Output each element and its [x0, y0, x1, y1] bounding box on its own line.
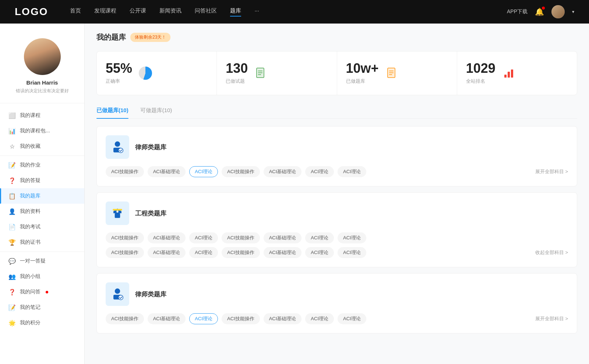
sidebar-item-points[interactable]: 🌟 我的积分	[0, 315, 84, 331]
sidebar-label-tutoring: 一对一答疑	[20, 258, 46, 264]
nav-link-open[interactable]: 公开课	[130, 7, 146, 17]
sidebar-item-group[interactable]: 👥 我的小组	[0, 269, 84, 284]
tag-lawyer2-2[interactable]: ACI理论	[189, 313, 218, 324]
lawyer2-svg	[110, 287, 125, 301]
tag-eng-5[interactable]: ACI理论	[305, 232, 334, 243]
tag-lawyer1-3[interactable]: ACI技能操作	[222, 166, 260, 177]
stat-accuracy-label: 正确率	[106, 78, 132, 85]
main-content: 我的题库 体验剩余23天！ 55% 正确率 130 已做试题	[85, 24, 589, 364]
sidebar-item-notes[interactable]: 📝 我的笔记	[0, 300, 84, 315]
tag-lawyer1-6[interactable]: ACI理论	[338, 166, 366, 177]
tag-lawyer1-4[interactable]: ACI基础理论	[264, 166, 302, 177]
tag-eng-4[interactable]: ACI基础理论	[264, 232, 302, 243]
course-icon: ⬜	[9, 112, 15, 119]
sidebar-item-qa[interactable]: ❓ 我的答疑	[0, 173, 84, 188]
profile-section: Brian Harris 错误的决定比没有决定要好	[0, 32, 84, 103]
tag-eng2-4[interactable]: ACI基础理论	[264, 247, 302, 258]
sidebar-item-tutoring[interactable]: 💬 一对一答疑	[0, 253, 84, 269]
coursepack-icon: 📊	[9, 128, 15, 134]
bank-card-lawyer2-tags: ACI技能操作 ACI基础理论 ACI理论 ACI技能操作 ACI基础理论 AC…	[106, 313, 568, 324]
expand-lawyer1[interactable]: 展开全部科目 >	[535, 168, 568, 175]
tag-lawyer2-4[interactable]: ACI基础理论	[264, 313, 302, 324]
avatar-image	[551, 5, 565, 18]
tag-lawyer2-3[interactable]: ACI技能操作	[222, 313, 260, 324]
user-avatar[interactable]	[551, 5, 565, 18]
lawyer2-icon	[106, 282, 129, 306]
tag-eng-6[interactable]: ACI理论	[338, 232, 366, 243]
bank-card-lawyer2-title: 律师类题库	[135, 290, 166, 299]
svg-rect-11	[508, 72, 510, 78]
nav-right: APP下载 🔔 ▾	[507, 5, 574, 18]
tag-eng2-5[interactable]: ACI理论	[305, 247, 334, 258]
tag-eng2-2[interactable]: ACI理论	[189, 247, 218, 258]
sidebar: Brian Harris 错误的决定比没有决定要好 ⬜ 我的课程 📊 我的课程包…	[0, 24, 85, 364]
sidebar-item-course-pack[interactable]: 📊 我的课程包...	[0, 123, 84, 139]
homework-icon: 📝	[9, 162, 15, 168]
tag-eng2-0[interactable]: ACI技能操作	[106, 247, 144, 258]
bank-card-lawyer1-header: 律师类题库	[106, 135, 568, 159]
sidebar-item-bank[interactable]: 📋 我的题库	[0, 188, 84, 204]
collapse-engineering[interactable]: 收起全部科目 >	[535, 249, 568, 256]
tag-lawyer2-6[interactable]: ACI理论	[338, 313, 366, 324]
stat-rank-value: 1029	[466, 62, 495, 75]
sidebar-item-my-qa[interactable]: ❓ 我的问答	[0, 284, 84, 300]
tabs: 已做题库(10) 可做题库(10)	[96, 104, 577, 119]
main-layout: Brian Harris 错误的决定比没有决定要好 ⬜ 我的课程 📊 我的课程包…	[0, 24, 589, 364]
tag-lawyer2-1[interactable]: ACI基础理论	[148, 313, 186, 324]
tab-available[interactable]: 可做题库(10)	[140, 104, 172, 118]
nav-link-news[interactable]: 新闻资讯	[159, 7, 181, 17]
tag-lawyer1-0[interactable]: ACI技能操作	[106, 166, 144, 177]
svg-rect-17	[113, 209, 122, 211]
stat-questions-value: 130	[226, 62, 248, 75]
bank-card-lawyer2: 律师类题库 ACI技能操作 ACI基础理论 ACI理论 ACI技能操作 ACI基…	[96, 273, 577, 333]
exam-icon: 📄	[9, 224, 15, 230]
tag-eng-3[interactable]: ACI技能操作	[222, 232, 260, 243]
stat-questions-label: 已做试题	[226, 78, 248, 85]
tag-eng-2[interactable]: ACI理论	[189, 232, 218, 243]
bank-card-engineering-header: 工程类题库	[106, 201, 568, 225]
nav-link-discover[interactable]: 发现课程	[94, 7, 116, 17]
tag-lawyer1-5[interactable]: ACI理论	[305, 166, 334, 177]
notification-dot	[542, 7, 545, 10]
account-chevron[interactable]: ▾	[572, 9, 574, 14]
tag-eng-0[interactable]: ACI技能操作	[106, 232, 144, 243]
sidebar-item-exam[interactable]: 📄 我的考试	[0, 219, 84, 235]
tag-eng2-6[interactable]: ACI理论	[338, 247, 366, 258]
tag-lawyer2-5[interactable]: ACI理论	[305, 313, 334, 324]
sidebar-label-notes: 我的笔记	[20, 304, 40, 311]
nav-link-more[interactable]: ···	[254, 7, 259, 17]
tag-lawyer1-1[interactable]: ACI基础理论	[148, 166, 186, 177]
tag-lawyer1-2[interactable]: ACI理论	[189, 166, 218, 177]
sidebar-item-favorites[interactable]: ☆ 我的收藏	[0, 139, 84, 154]
nav-link-qa[interactable]: 问答社区	[195, 7, 217, 17]
expand-lawyer2[interactable]: 展开全部科目 >	[535, 315, 568, 322]
sidebar-item-certificate[interactable]: 🏆 我的证书	[0, 235, 84, 250]
stat-accuracy: 55% 正确率	[97, 51, 217, 95]
stat-accuracy-value: 55%	[106, 62, 132, 75]
nav-link-bank[interactable]: 题库	[230, 7, 241, 17]
sidebar-label-profile: 我的资料	[20, 208, 40, 215]
tag-eng2-1[interactable]: ACI基础理论	[148, 247, 186, 258]
sidebar-label-favorites: 我的收藏	[20, 143, 40, 150]
nav-link-home[interactable]: 首页	[70, 7, 81, 17]
tag-eng-1[interactable]: ACI基础理论	[148, 232, 186, 243]
sidebar-item-my-course[interactable]: ⬜ 我的课程	[0, 108, 84, 123]
sidebar-label-bank: 我的题库	[20, 193, 40, 199]
app-download-button[interactable]: APP下载	[507, 8, 528, 15]
svg-rect-10	[504, 75, 507, 78]
svg-point-13	[115, 142, 120, 147]
tab-done[interactable]: 已做题库(10)	[96, 104, 128, 118]
notification-bell[interactable]: 🔔	[535, 7, 544, 16]
sidebar-item-profile[interactable]: 👤 我的资料	[0, 204, 84, 219]
sidebar-item-homework[interactable]: 📝 我的作业	[0, 157, 84, 173]
svg-point-19	[116, 211, 118, 213]
tag-eng2-3[interactable]: ACI技能操作	[222, 247, 260, 258]
stat-questions: 130 已做试题	[217, 51, 337, 95]
stat-rank: 1029 全站排名	[457, 51, 577, 95]
bank-card-engineering-tags1: ACI技能操作 ACI基础理论 ACI理论 ACI技能操作 ACI基础理论 AC…	[106, 232, 568, 243]
stat-banks-label: 已做题库	[346, 78, 379, 85]
profile-bio: 错误的决定比没有决定要好	[16, 88, 69, 94]
tag-lawyer2-0[interactable]: ACI技能操作	[106, 313, 144, 324]
page-header: 我的题库 体验剩余23天！	[96, 32, 577, 42]
separator-2	[0, 251, 84, 252]
